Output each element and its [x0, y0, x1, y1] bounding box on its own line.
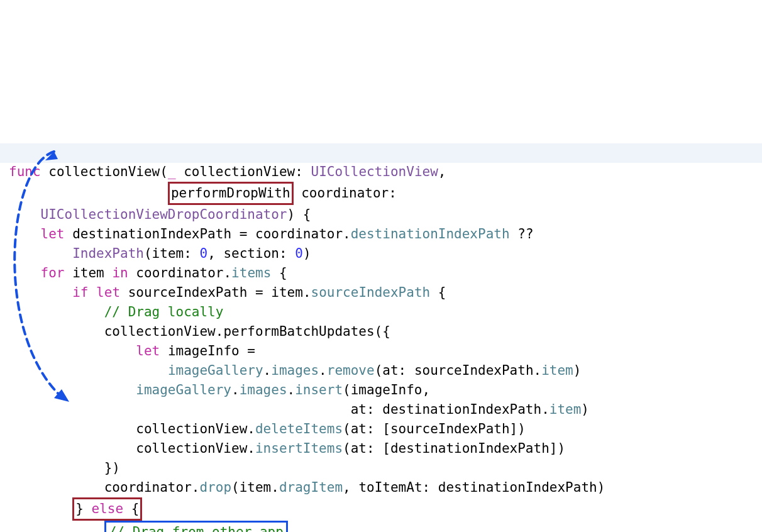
- ident-destinationIndexPath: destinationIndexPath: [72, 226, 231, 241]
- underscore: _: [168, 164, 176, 179]
- keyword-if: if: [72, 285, 88, 300]
- highlight-drag-other: // Drag from other app: [104, 521, 288, 532]
- ident-sourceIndexPath2: sourceIndexPath: [414, 363, 534, 378]
- ident-imageInfo2: imageInfo: [351, 382, 422, 397]
- label-toItemAt: toItemAt: [358, 480, 422, 495]
- label-at1: at: [382, 363, 398, 378]
- ident-item2: item: [271, 285, 303, 300]
- ident-item3: item: [240, 480, 272, 495]
- ident-performBatchUpdates: performBatchUpdates: [223, 324, 374, 339]
- mem-remove: remove: [327, 363, 375, 378]
- mem-item: item: [541, 363, 573, 378]
- mem-sourceIndexPath: sourceIndexPath: [311, 285, 431, 300]
- type-IndexPath: IndexPath: [72, 246, 144, 261]
- keyword-else: else: [91, 501, 123, 516]
- label-at4: at: [351, 441, 367, 456]
- ident-destinationIndexPath3: destinationIndexPath: [390, 441, 549, 456]
- keyword-let2: let: [96, 285, 120, 300]
- type-UICollectionView: UICollectionView: [311, 164, 438, 179]
- mem-insert: insert: [295, 382, 343, 397]
- mem-insertItems: insertItems: [255, 441, 343, 456]
- mem-images: images: [271, 363, 319, 378]
- ident-coordinator2: coordinator: [136, 265, 223, 280]
- mem-deleteItems: deleteItems: [255, 421, 343, 436]
- ident-item: item: [72, 265, 104, 280]
- ident-sourceIndexPath3: sourceIndexPath: [390, 421, 510, 436]
- ident-destinationIndexPath4: destinationIndexPath: [438, 480, 597, 495]
- num-zero2: 0: [295, 246, 303, 261]
- mem-images2: images: [240, 382, 287, 397]
- highlight-else: } else {: [72, 497, 142, 521]
- mem-dragItem: dragItem: [279, 480, 343, 495]
- mem-items: items: [231, 265, 271, 280]
- ident-coordinator: coordinator: [255, 226, 343, 241]
- ident-coordinator3: coordinator: [104, 480, 192, 495]
- keyword-let3: let: [136, 343, 160, 358]
- mem-imageGallery2: imageGallery: [136, 382, 231, 397]
- keyword-in: in: [112, 265, 128, 280]
- label-section: section: [223, 246, 279, 261]
- mem-destinationIndexPath: destinationIndexPath: [351, 226, 510, 241]
- label-performDropWith: performDropWith: [171, 186, 290, 201]
- label-at2: at: [351, 402, 367, 417]
- num-zero1: 0: [199, 246, 207, 261]
- label-item: item: [152, 246, 184, 261]
- ident-sourceIndexPath: sourceIndexPath: [128, 285, 248, 300]
- line-highlight: [0, 143, 762, 163]
- code-snippet: func collectionView(_ collectionView: UI…: [9, 162, 753, 532]
- ident-collectionView4: collectionView: [136, 441, 247, 456]
- ident-imageInfo: imageInfo: [168, 343, 240, 358]
- keyword-func: func: [9, 164, 41, 179]
- ident-destinationIndexPath2: destinationIndexPath: [382, 402, 541, 417]
- ident-collectionView3: collectionView: [136, 421, 247, 436]
- mem-drop: drop: [199, 480, 231, 495]
- mem-imageGallery: imageGallery: [168, 363, 263, 378]
- keyword-let: let: [41, 226, 65, 241]
- highlight-performDropWith: performDropWith: [168, 182, 294, 205]
- label-at3: at: [351, 421, 367, 436]
- type-UICollectionViewDropCoordinator: UICollectionViewDropCoordinator: [41, 207, 287, 222]
- comment-drag-locally: // Drag locally: [104, 304, 224, 319]
- param-collectionView: collectionView: [184, 164, 295, 179]
- mem-item2: item: [549, 402, 582, 417]
- ident-collectionView2: collectionView: [104, 324, 216, 339]
- param-coordinator: coordinator: [301, 186, 389, 201]
- ident-collectionView: collectionView: [48, 164, 160, 179]
- keyword-for: for: [41, 265, 65, 280]
- comment-drag-other: // Drag from other app: [109, 524, 284, 532]
